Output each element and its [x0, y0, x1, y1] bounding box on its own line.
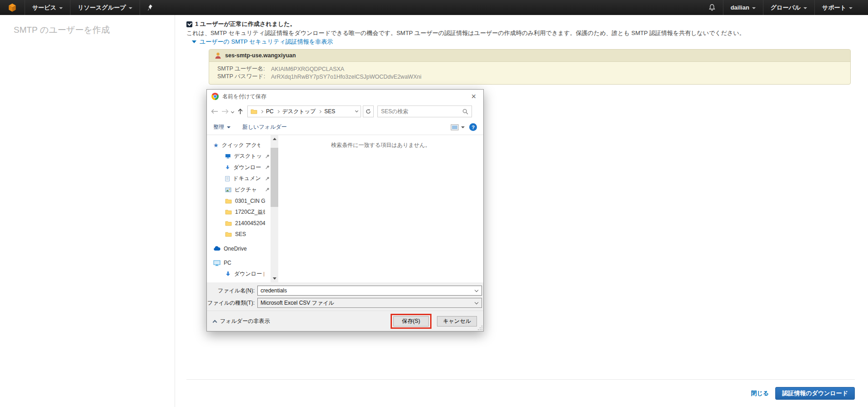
success-description: これは、SMTP セキュリティ認証情報をダウンロードできる唯一の機会です。SMT…: [186, 29, 859, 37]
nav-item-documents[interactable]: ドキュメント: [207, 173, 271, 185]
chevron-down-icon: [59, 7, 63, 9]
scroll-down-icon[interactable]: [271, 275, 278, 282]
chevron-down-icon: [803, 7, 807, 9]
forward-arrow-icon[interactable]: [221, 108, 229, 115]
breadcrumb-separator-icon: [276, 110, 280, 113]
pin-icon: [265, 176, 270, 181]
support-menu[interactable]: サポート: [815, 0, 860, 15]
smtp-username-label: SMTP ユーザー名:: [217, 65, 271, 73]
pictures-icon: [225, 187, 231, 192]
recent-locations-chevron-icon[interactable]: [231, 110, 234, 113]
cancel-button[interactable]: キャンセル: [437, 316, 477, 327]
dialog-title: 名前を付けて保存: [222, 93, 465, 100]
credentials-header: ses-smtp-use.wangxiyuan: [209, 50, 850, 62]
breadcrumb-item-ses[interactable]: SES: [324, 108, 335, 115]
chrome-icon: [211, 93, 219, 100]
dialog-title-bar[interactable]: 名前を付けて保存 ×: [207, 90, 483, 103]
breadcrumb-address-bar[interactable]: PC デスクトップ SES: [247, 106, 361, 117]
smtp-username-row: SMTP ユーザー名: AKIAIM6PXRGQDPCLASXA: [217, 65, 850, 73]
address-dropdown-chevron-icon[interactable]: [355, 109, 358, 112]
chevron-down-icon: [129, 7, 132, 9]
document-icon: [225, 176, 230, 182]
nav-pane-scrollbar[interactable]: [271, 135, 278, 282]
refresh-button[interactable]: [363, 106, 374, 117]
nav-item-folder-ses[interactable]: SES: [207, 229, 271, 240]
page-actions: 閉じる 認証情報のダウンロード: [751, 387, 855, 400]
save-button[interactable]: 保存(S): [393, 316, 429, 327]
folder-icon: [251, 109, 257, 114]
smtp-username-value: AKIAIM6PXRGQDPCLASXA: [271, 66, 344, 72]
pin-shortcut-button[interactable]: [140, 0, 161, 15]
search-input[interactable]: [378, 108, 462, 115]
smtp-user-name: ses-smtp-use.wangxiyuan: [225, 52, 296, 59]
chevron-down-icon: [849, 7, 853, 9]
nav-item-desktop[interactable]: デスクトップ: [207, 151, 271, 162]
filetype-select[interactable]: Microsoft Excel CSV ファイル: [257, 298, 482, 308]
top-nav-bar: サービス リソースグループ dailian グローバル: [0, 0, 868, 15]
nav-item-pictures[interactable]: ピクチャ: [207, 184, 271, 196]
navigation-pane: ★ クイック アクセス デスクトップ ダウンロード: [207, 135, 271, 282]
aws-logo[interactable]: [0, 0, 25, 15]
onedrive-cloud-icon: [213, 246, 221, 251]
chevron-down-icon: [752, 7, 756, 9]
user-icon: [215, 52, 221, 59]
services-menu[interactable]: サービス: [25, 0, 70, 15]
region-menu[interactable]: グローバル: [763, 0, 814, 15]
success-message: 1 ユーザーが正常に作成されました。: [186, 20, 296, 28]
hide-folders-button[interactable]: フォルダーの非表示: [213, 317, 270, 325]
pc-icon: [213, 260, 221, 266]
nav-item-folder-2140[interactable]: 21400452044013: [207, 218, 271, 229]
notifications-button[interactable]: [701, 0, 723, 15]
breadcrumb-item-pc[interactable]: PC: [266, 108, 274, 115]
account-menu[interactable]: dailian: [723, 0, 763, 15]
chevron-down-icon[interactable]: [475, 288, 478, 291]
smtp-password-value: ArRXdq1hRwBY7pSY7o1Hfo3zelCSJpWOCDdvE2wa…: [271, 74, 421, 80]
save-as-dialog: 名前を付けて保存 × PC デスクトップ SES: [206, 89, 484, 332]
triangle-down-icon: [192, 40, 196, 43]
nav-item-quick-access[interactable]: ★ クイック アクセス: [207, 140, 271, 151]
dialog-footer: フォルダーの非表示 保存(S) キャンセル: [207, 311, 483, 331]
nav-item-folder-0301[interactable]: 0301_CIN GROU: [207, 196, 271, 207]
help-button[interactable]: ?: [469, 123, 477, 131]
resize-grip[interactable]: [478, 326, 482, 330]
new-folder-button[interactable]: 新しいフォルダー: [242, 123, 287, 131]
left-sidebar: SMTP のユーザーを作成: [0, 15, 175, 407]
credentials-panel: ses-smtp-use.wangxiyuan SMTP ユーザー名: AKIA…: [209, 49, 851, 85]
close-icon[interactable]: ×: [468, 92, 479, 100]
chevron-down-icon: [461, 126, 465, 128]
bell-icon: [708, 4, 716, 11]
resource-groups-menu[interactable]: リソースグループ: [70, 0, 140, 15]
hide-credentials-link[interactable]: ユーザーの SMTP セキュリティ認証情報を非表示: [192, 38, 333, 46]
search-box: [377, 106, 472, 117]
pin-icon: [265, 187, 270, 192]
dialog-body: ★ クイック アクセス デスクトップ ダウンロード: [207, 135, 483, 282]
view-mode-button[interactable]: [451, 124, 465, 131]
scroll-up-icon[interactable]: [271, 135, 278, 143]
close-link[interactable]: 閉じる: [751, 389, 769, 397]
nav-item-downloads[interactable]: ダウンロード: [207, 162, 271, 173]
organize-menu[interactable]: 整理: [213, 123, 231, 131]
smtp-password-row: SMTP パスワード: ArRXdq1hRwBY7pSY7o1Hfo3zelCS…: [217, 73, 850, 80]
breadcrumb-separator-icon: [318, 110, 321, 113]
up-arrow-icon[interactable]: [237, 108, 244, 115]
folder-icon: [225, 209, 232, 215]
search-icon[interactable]: [462, 109, 468, 115]
dialog-toolbar: 整理 新しいフォルダー ?: [207, 120, 483, 135]
nav-item-folder-1720cz[interactable]: 1720CZ_益徳穿: [207, 206, 271, 218]
filename-label: ファイル名(N):: [207, 287, 255, 295]
quick-access-star-icon: ★: [213, 142, 219, 149]
filename-input[interactable]: [258, 287, 475, 294]
chrome-center-icon: [213, 95, 217, 98]
credentials-body: SMTP ユーザー名: AKIAIM6PXRGQDPCLASXA SMTP パス…: [209, 62, 850, 80]
scrollbar-thumb[interactable]: [271, 148, 278, 207]
chevron-down-icon: [227, 126, 231, 128]
nav-item-pc-downloads[interactable]: ダウンロード: [207, 269, 271, 280]
nav-item-pc[interactable]: PC: [207, 257, 271, 269]
breadcrumb-item-desktop[interactable]: デスクトップ: [282, 108, 316, 116]
chevron-down-icon: [475, 300, 478, 304]
file-list-area[interactable]: 検索条件に一致する項目はありません。: [278, 135, 483, 282]
nav-item-onedrive[interactable]: OneDrive: [207, 243, 271, 255]
pushpin-icon: [147, 4, 154, 11]
download-credentials-button[interactable]: 認証情報のダウンロード: [775, 387, 855, 400]
back-arrow-icon[interactable]: [211, 108, 219, 115]
